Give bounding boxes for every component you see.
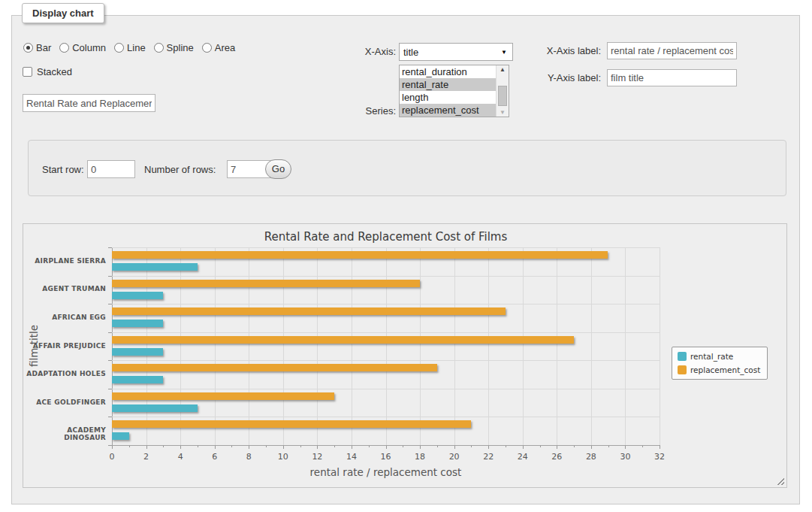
gridline-x-16	[386, 247, 387, 445]
chart-plot-area: 02468101214161820222426283032AIRPLANE SI…	[112, 247, 660, 445]
legend-label-rental_rate: rental_rate	[690, 352, 733, 361]
radio-option-bar[interactable]: Bar	[23, 42, 51, 53]
go-button[interactable]: Go	[265, 159, 291, 179]
xtick-label-12: 12	[306, 452, 328, 462]
start-row-label: Start row:	[42, 164, 84, 175]
gridline-y-7	[112, 445, 660, 446]
gridline-x-0	[112, 247, 113, 445]
series-option-rental_duration[interactable]: rental_duration	[400, 65, 496, 78]
series-options: rental_durationrental_ratelengthreplacem…	[400, 65, 496, 117]
xtick-label-26: 26	[545, 452, 568, 462]
scroll-up-icon[interactable]: ▲	[497, 66, 509, 73]
yaxis-label-input[interactable]	[607, 69, 737, 86]
xtick-label-10: 10	[272, 452, 294, 462]
gridline-x-12	[317, 247, 318, 445]
row-range-panel: Start row: Number of rows: Go	[28, 140, 786, 196]
category-label: AIRPLANE SIERRA	[23, 257, 106, 265]
gridline-x-2	[146, 247, 147, 445]
gridline-x-26	[557, 247, 557, 445]
gridline-x-4	[180, 247, 181, 445]
ytick-3	[108, 332, 112, 333]
bar-rental_rate-adaptation-holes[interactable]	[112, 376, 163, 383]
resize-handle-icon[interactable]	[776, 477, 784, 485]
gridline-y-2	[112, 304, 660, 304]
xtick-label-2: 2	[135, 452, 158, 462]
scrollbar-thumb[interactable]	[498, 86, 507, 106]
scroll-down-icon[interactable]: ▼	[497, 109, 509, 116]
xtick-label-6: 6	[204, 452, 226, 462]
bar-rental_rate-academy-dinosaur[interactable]	[112, 432, 129, 440]
radio-icon-spline[interactable]	[154, 43, 164, 53]
ytick-1	[108, 276, 112, 277]
bar-rental_rate-agent-truman[interactable]	[112, 292, 163, 299]
radio-label-line: Line	[127, 42, 146, 53]
gridline-y-6	[112, 417, 660, 417]
series-option-rental_rate[interactable]: rental_rate	[400, 78, 496, 91]
gridline-x-22	[488, 247, 489, 445]
gridline-x-18	[420, 247, 421, 445]
xtick-label-4: 4	[169, 452, 192, 462]
gridline-x-28	[591, 247, 592, 445]
radio-icon-column[interactable]	[59, 43, 69, 53]
radio-icon-bar[interactable]	[23, 43, 33, 53]
number-of-rows-label: Number of rows:	[144, 164, 216, 175]
xtick-label-16: 16	[375, 452, 397, 462]
legend-swatch-replacement_cost	[678, 365, 687, 374]
legend-label-replacement_cost: replacement_cost	[690, 365, 760, 374]
bar-replacement_cost-african-egg[interactable]	[112, 308, 506, 315]
bar-replacement_cost-affair-prejudice[interactable]	[112, 336, 574, 344]
bar-replacement_cost-agent-truman[interactable]	[112, 280, 420, 287]
yaxis-label-field-label: Y-Axis label:	[517, 72, 601, 83]
start-row-input[interactable]	[87, 160, 135, 178]
fieldset-legend: Display chart	[22, 3, 104, 23]
series-listbox[interactable]: rental_durationrental_ratelengthreplacem…	[399, 65, 509, 117]
ytick-7	[108, 445, 112, 446]
radio-option-spline[interactable]: Spline	[154, 42, 194, 53]
stacked-checkbox[interactable]	[23, 67, 32, 77]
bar-replacement_cost-adaptation-holes[interactable]	[112, 364, 437, 371]
bar-replacement_cost-academy-dinosaur[interactable]	[112, 420, 471, 428]
bar-rental_rate-airplane-sierra[interactable]	[112, 263, 198, 271]
gridline-x-6	[215, 247, 216, 445]
xtick-label-30: 30	[614, 452, 636, 462]
ytick-6	[108, 417, 112, 417]
xaxis-select[interactable]: title ▼	[399, 43, 513, 61]
gridline-x-20	[454, 247, 455, 445]
xtick-label-20: 20	[443, 452, 466, 462]
chart-container: Rental Rate and Replacement Cost of Film…	[23, 223, 787, 488]
legend-item-replacement_cost[interactable]: replacement_cost	[678, 365, 760, 374]
category-label: ACE GOLDFINGER	[23, 398, 106, 406]
ytick-5	[108, 389, 112, 389]
radio-icon-line[interactable]	[114, 43, 124, 53]
gridline-x-10	[283, 247, 284, 445]
bar-replacement_cost-airplane-sierra[interactable]	[112, 251, 608, 259]
ytick-2	[108, 304, 112, 304]
ytick-0	[108, 247, 112, 248]
xtick-label-0: 0	[101, 452, 123, 462]
radio-icon-area[interactable]	[202, 43, 212, 53]
gridline-x-30	[625, 247, 626, 445]
bar-rental_rate-ace-goldfinger[interactable]	[112, 404, 198, 412]
series-scrollbar[interactable]: ▲ ▼	[496, 65, 509, 117]
series-option-length[interactable]: length	[400, 91, 496, 104]
gridline-x-32	[660, 247, 660, 445]
yaxis-title: film title	[28, 301, 40, 391]
gridline-y-5	[112, 389, 660, 389]
radio-option-column[interactable]: Column	[59, 42, 106, 53]
radio-label-area: Area	[215, 42, 235, 53]
bar-rental_rate-affair-prejudice[interactable]	[112, 348, 163, 356]
chart-type-radio-group: BarColumnLineSplineArea	[23, 42, 235, 53]
legend-item-rental_rate[interactable]: rental_rate	[678, 352, 760, 361]
radio-option-line[interactable]: Line	[114, 42, 146, 53]
series-option-replacement_cost[interactable]: replacement_cost	[400, 104, 496, 117]
xaxis-title: rental rate / replacement cost	[112, 466, 660, 478]
xaxis-label-input[interactable]	[607, 42, 737, 59]
xaxis-label-field-label: X-Axis label:	[517, 45, 601, 56]
bar-replacement_cost-ace-goldfinger[interactable]	[112, 392, 334, 400]
chart-title-input[interactable]	[23, 94, 155, 112]
xtick-label-18: 18	[409, 452, 431, 462]
radio-option-area[interactable]: Area	[202, 42, 235, 53]
bar-rental_rate-african-egg[interactable]	[112, 320, 163, 327]
ytick-4	[108, 360, 112, 361]
category-label: AGENT TRUMAN	[23, 285, 106, 292]
